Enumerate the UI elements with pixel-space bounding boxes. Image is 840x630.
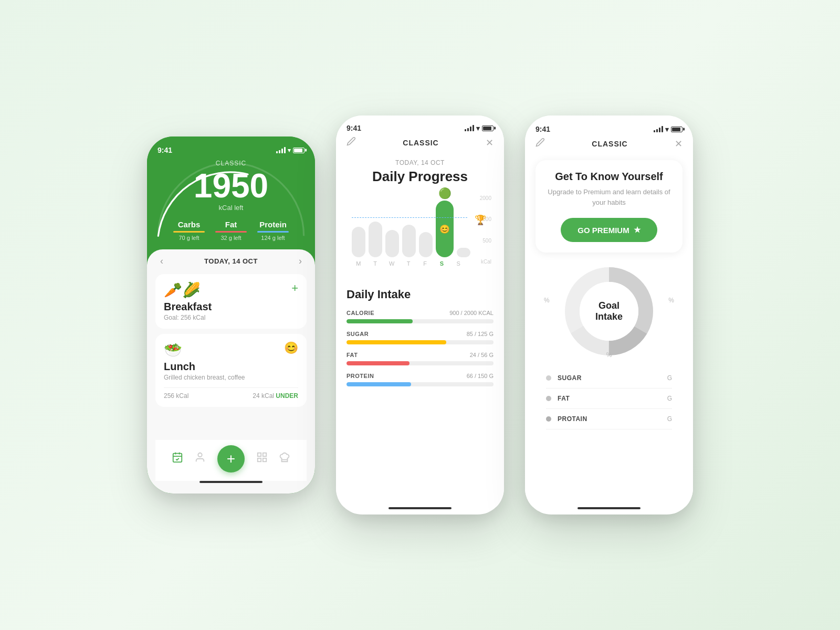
sugar-legend-value: G — [667, 374, 672, 382]
edit-icon-2[interactable] — [346, 136, 356, 149]
mascot-icon: 🟢 — [438, 187, 452, 200]
go-premium-button[interactable]: GO PREMIUM ★ — [561, 218, 657, 242]
y-label-2000: 2000 — [480, 195, 491, 201]
fat-legend-name: FAT — [558, 395, 667, 402]
current-date: TODAY, 14 OCT — [204, 257, 258, 265]
modal-header-2: CLASSIC ✕ — [346, 136, 494, 149]
bar-thu — [402, 225, 416, 257]
svg-rect-0 — [173, 454, 182, 463]
bar-sat: 🟢 😊 — [436, 187, 454, 257]
intake-fat: FAT 24 / 56 G — [346, 352, 494, 365]
protein-bar-bg — [346, 382, 494, 386]
breakfast-add-button[interactable]: + — [291, 281, 298, 295]
fat-dot — [546, 396, 551, 401]
protein-value: 66 / 150 G — [467, 373, 494, 379]
wifi-icon-3: ▾ — [665, 125, 669, 133]
bar-mon — [352, 227, 365, 257]
premium-card: Get To Know Yourself Upgrade to Premium … — [536, 160, 682, 253]
nav-calendar-icon[interactable] — [172, 452, 183, 466]
donut-label-left: % — [544, 297, 550, 304]
white-content-area: ‹ TODAY, 14 OCT › 🥕🌽 Breakfast Goal: 256… — [147, 249, 315, 494]
day-wed: W — [385, 260, 398, 267]
day-labels: M T W T F S S — [352, 260, 488, 267]
nav-add-button[interactable]: + — [217, 445, 245, 472]
edit-icon-3[interactable] — [536, 138, 545, 150]
svg-text:Intake: Intake — [595, 311, 623, 322]
sugar-value: 85 / 125 G — [467, 331, 494, 337]
phone3-content: 9:41 ▾ CLASSIC ✕ — [525, 116, 693, 507]
fat-label: FAT — [346, 352, 358, 358]
legend-fat: FAT G — [546, 388, 672, 409]
progress-title: Daily Progress — [346, 169, 494, 185]
under-label: UNDER — [276, 392, 298, 400]
fat-value: 24 / 56 G — [470, 352, 494, 358]
nav-grid-icon[interactable] — [256, 452, 268, 466]
weekly-bar-chart: 2000 1000 500 kCal 🏆 — [346, 195, 494, 279]
svg-rect-6 — [262, 453, 266, 456]
sugar-legend-name: SUGAR — [558, 374, 667, 382]
sugar-dot — [546, 375, 551, 381]
home-indicator-3 — [578, 507, 640, 509]
prev-day-arrow[interactable]: ‹ — [155, 256, 168, 267]
phone2-content: 9:41 ▾ CLASSIC ✕ TODA — [336, 116, 504, 507]
day-fri: F — [418, 260, 432, 267]
bar-fri — [419, 232, 433, 257]
intake-calorie: CALORIE 900 / 2000 KCAL — [346, 310, 494, 323]
y-label-500: 500 — [482, 238, 491, 244]
protein-legend-value: G — [667, 415, 672, 423]
status-bar-2: 9:41 ▾ — [346, 124, 494, 132]
lunch-footer: 256 kCal 24 kCal UNDER — [164, 387, 298, 400]
svg-rect-5 — [257, 453, 260, 456]
calorie-bar-fill — [346, 319, 413, 323]
svg-rect-8 — [262, 458, 266, 461]
bar-tue — [369, 222, 382, 257]
breakfast-card: 🥕🌽 Breakfast Goal: 256 kCal + — [155, 274, 307, 329]
lunch-under: 24 kCal UNDER — [253, 392, 298, 400]
fat-bar-fill — [346, 361, 410, 365]
day-sun: S — [452, 260, 465, 267]
svg-text:Goal: Goal — [598, 300, 620, 311]
progress-date: TODAY, 14 OCT — [346, 159, 494, 166]
lunch-name: Lunch — [164, 361, 284, 373]
target-line — [352, 217, 467, 218]
phone-green: 9:41 ▾ CLASSIC 1950 kCal left — [147, 136, 315, 494]
sugar-label: SUGAR — [346, 331, 369, 337]
legend-sugar: SUGAR G — [546, 368, 672, 388]
lunch-card: 🥗 Lunch Grilled chicken breast, coffee 😊… — [155, 334, 307, 407]
trophy-icon: 🏆 — [475, 214, 486, 226]
star-icon: ★ — [634, 225, 640, 235]
intake-section-title: Daily Intake — [346, 288, 494, 301]
go-premium-label: GO PREMIUM — [578, 226, 629, 235]
close-button-3[interactable]: ✕ — [675, 138, 682, 150]
protein-dot — [546, 416, 551, 422]
close-button-2[interactable]: ✕ — [486, 137, 494, 149]
breakfast-goal: Goal: 256 kCal — [164, 314, 212, 321]
next-day-arrow[interactable]: › — [294, 256, 307, 267]
fat-legend-value: G — [667, 395, 672, 402]
modal-title-3: CLASSIC — [592, 140, 627, 148]
home-indicator-2 — [388, 507, 452, 509]
bottom-navigation: + — [155, 440, 307, 481]
phone-premium: 9:41 ▾ CLASSIC ✕ — [525, 116, 693, 514]
nav-person-icon[interactable] — [194, 452, 206, 466]
donut-label-right: % — [668, 297, 674, 304]
svg-rect-7 — [257, 458, 260, 461]
home-indicator-1 — [200, 481, 262, 483]
lunch-emoji: 🥗 — [164, 341, 284, 359]
modal-header-3: CLASSIC ✕ — [536, 138, 682, 150]
date-navigation: ‹ TODAY, 14 OCT › — [155, 256, 307, 267]
status-bar-3: 9:41 ▾ — [536, 125, 682, 133]
intake-protein: PROTEIN 66 / 150 G — [346, 373, 494, 386]
day-tue: T — [369, 260, 382, 267]
day-thu: T — [402, 260, 415, 267]
calorie-bar-bg — [346, 319, 494, 323]
wifi-icon-2: ▾ — [476, 124, 480, 132]
intake-sugar: SUGAR 85 / 125 G — [346, 331, 494, 344]
calorie-value: 900 / 2000 KCAL — [449, 310, 494, 316]
lunch-mood-icon[interactable]: 😊 — [284, 341, 298, 355]
time-2: 9:41 — [346, 124, 361, 132]
nav-chef-icon[interactable] — [279, 452, 290, 466]
day-mon: M — [352, 260, 365, 267]
fat-bar-bg — [346, 361, 494, 365]
svg-point-4 — [198, 453, 202, 457]
